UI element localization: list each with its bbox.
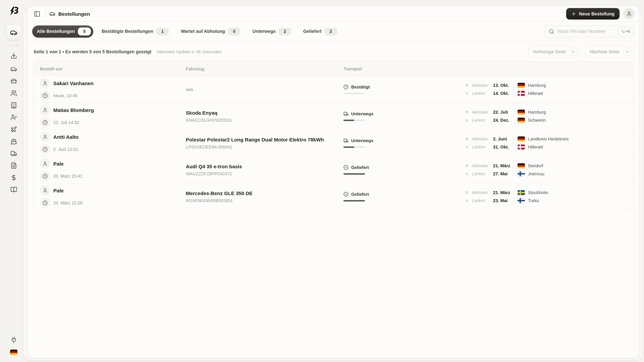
vehicle-vin: LPSVSEDEEML006941 bbox=[186, 144, 344, 149]
table-row[interactable]: Sakari Vanhanen heute, 10:45 aaa Bestäti… bbox=[34, 76, 633, 103]
pickup-date: 13. Okt. bbox=[493, 83, 515, 88]
flag-de-icon bbox=[518, 136, 525, 141]
customer-cell: Pale 20. März 15:41 bbox=[40, 159, 186, 181]
arrow-up-right-icon bbox=[464, 163, 470, 168]
vehicle-name: aaa bbox=[186, 87, 344, 92]
page-summary: Seite 1 von 1 • Es werden 5 von 5 Bestel… bbox=[34, 49, 152, 54]
search-icon bbox=[549, 29, 554, 34]
flag-de-icon bbox=[518, 83, 525, 88]
previous-page-button[interactable]: Vorherige Seite bbox=[528, 45, 580, 58]
sidebar-item-documents[interactable] bbox=[8, 161, 20, 171]
sidebar-item-companies[interactable] bbox=[8, 100, 20, 110]
sidebar-item-docs[interactable] bbox=[8, 185, 20, 195]
pickup-city: Seedorf bbox=[528, 163, 544, 168]
plus-icon bbox=[571, 11, 576, 16]
filter-tab-alle-bestellungen[interactable]: Alle Bestellungen 5 bbox=[32, 25, 94, 37]
delivery-city: Turku bbox=[528, 198, 548, 203]
search-input[interactable] bbox=[557, 28, 616, 34]
page-header: Bestellungen Neue Bestellung bbox=[28, 6, 639, 22]
sidebar-item-drivers[interactable] bbox=[8, 112, 20, 122]
transport-cell: Geliefert Abholen 21. März Seedorf Liefe… bbox=[344, 163, 627, 176]
sidebar-item-plane[interactable] bbox=[8, 124, 20, 134]
table-row[interactable]: Matias Blomberg 22. Juli 14:32 Skoda Eny… bbox=[34, 103, 633, 130]
filter-tab-unterwegs[interactable]: Unterwegs 2 bbox=[249, 25, 295, 37]
progress-fill bbox=[344, 200, 365, 201]
arrow-left-icon bbox=[571, 49, 576, 54]
sidebar-item-cars[interactable] bbox=[8, 64, 20, 74]
table-row[interactable]: Pale 20. März 15:41 Audi Q4 35 e-tron ba… bbox=[34, 157, 633, 183]
filter-tab-label: Wartet auf Abholung bbox=[181, 29, 225, 34]
avatar bbox=[40, 185, 50, 195]
progress-bar bbox=[344, 173, 365, 175]
sidebar-item-truck[interactable] bbox=[8, 148, 20, 159]
status-label: Unterwegs bbox=[351, 138, 374, 143]
delivery-label: Liefern bbox=[472, 171, 491, 176]
search-box[interactable]: ⌥+K bbox=[545, 25, 634, 37]
clock-icon bbox=[42, 173, 48, 178]
filter-tab-count: 2 bbox=[324, 28, 337, 35]
delivery-city: Hillerød bbox=[528, 91, 546, 96]
sidebar-item-download[interactable] bbox=[8, 51, 20, 61]
user-icon bbox=[42, 107, 48, 112]
plug-icon bbox=[10, 337, 17, 343]
sidebar-item-orders[interactable] bbox=[6, 25, 22, 40]
page-title: Bestellungen bbox=[58, 11, 90, 16]
customer-cell: Antti Aalto 2. Juni 12:01 bbox=[40, 132, 186, 154]
filter-tab-geliefert[interactable]: Geliefert 2 bbox=[300, 25, 341, 37]
car-icon bbox=[10, 66, 17, 72]
transport-cell: Unterwegs Abholen 2. Juni Landkreis Heid… bbox=[344, 136, 627, 149]
new-order-button[interactable]: Neue Bestellung bbox=[566, 8, 620, 19]
filter-tab-count: 5 bbox=[78, 27, 91, 35]
customer-name: Sakari Vanhanen bbox=[53, 80, 94, 86]
breadcrumb: Bestellungen bbox=[49, 11, 90, 17]
filter-tab-count: 0 bbox=[228, 28, 240, 35]
user-menu-button[interactable] bbox=[623, 8, 634, 19]
delivery-label: Liefern bbox=[472, 144, 491, 149]
next-page-button[interactable]: Nächste Seite bbox=[585, 45, 633, 58]
book-open-icon bbox=[10, 186, 17, 193]
vehicle-name: Skoda Enyaq bbox=[186, 110, 344, 115]
filter-tab-bestätigte-bestellungen[interactable]: Bestätigte Bestellungen 1 bbox=[98, 25, 172, 37]
table-row[interactable]: Antti Aalto 2. Juni 12:01 Polestar Poles… bbox=[34, 130, 633, 157]
user-icon bbox=[626, 11, 632, 16]
flag-de-icon bbox=[518, 118, 525, 123]
sidebar-item-billing[interactable] bbox=[8, 173, 20, 183]
clock-icon bbox=[42, 147, 48, 152]
pickup-label: Abholen bbox=[472, 83, 491, 88]
brand-lightning-b-icon bbox=[9, 6, 19, 16]
circle-check-icon bbox=[344, 165, 348, 170]
customer-name: Antti Aalto bbox=[53, 134, 79, 140]
flag-de-icon bbox=[518, 163, 525, 168]
arrow-down-right-icon bbox=[464, 91, 470, 96]
sidebar-item-plug[interactable] bbox=[8, 335, 20, 345]
filter-tab-wartet-auf-abholung[interactable]: Wartet auf Abholung 0 bbox=[177, 25, 244, 37]
transport-status: Unterwegs bbox=[344, 138, 464, 148]
sidebar-item-car-front[interactable] bbox=[8, 76, 20, 86]
dollar-sign-icon bbox=[10, 174, 17, 181]
pickup-date: 2. Juni bbox=[493, 136, 515, 141]
ordered-at: 2. Juni 12:01 bbox=[53, 147, 78, 152]
sidebar-item-ship[interactable] bbox=[8, 136, 20, 146]
vehicle-cell: Skoda Enyaq KNACC81GFK5020531 bbox=[186, 110, 344, 122]
vehicle-name: Mercedes-Benz GLE 350 DE bbox=[186, 190, 344, 196]
language-switcher[interactable] bbox=[10, 350, 18, 356]
flag-se-icon bbox=[518, 190, 525, 195]
pickup-city: Hamburg bbox=[528, 83, 546, 88]
transport-cell: Unterwegs Abholen 22. Juli Hamburg Liefe… bbox=[344, 110, 627, 123]
sidebar-toggle-button[interactable] bbox=[32, 9, 42, 18]
ordered-time-badge bbox=[40, 90, 50, 100]
flag-fi-icon bbox=[518, 171, 525, 176]
pickup-label: Abholen bbox=[472, 163, 491, 168]
delivery-label: Liefern bbox=[472, 118, 491, 123]
vehicle-name: Audi Q4 35 e-tron basis bbox=[186, 163, 344, 169]
ordered-at: 20. März 15:28 bbox=[53, 200, 82, 205]
transport-schedule: Abholen 21. März Stockholm Liefern 23. M… bbox=[464, 190, 548, 203]
sidebar-item-customers[interactable] bbox=[8, 88, 20, 98]
plane-icon bbox=[10, 126, 17, 133]
arrow-down-right-icon bbox=[464, 171, 470, 176]
table-body: Sakari Vanhanen heute, 10:45 aaa Bestäti… bbox=[34, 76, 633, 210]
flag-de-icon bbox=[518, 110, 525, 115]
filter-tabs: Alle Bestellungen 5 Bestätigte Bestellun… bbox=[32, 25, 340, 37]
table-row[interactable]: Pale 20. März 15:28 Mercedes-Benz GLE 35… bbox=[34, 183, 633, 210]
flag-fi-icon bbox=[518, 198, 525, 203]
